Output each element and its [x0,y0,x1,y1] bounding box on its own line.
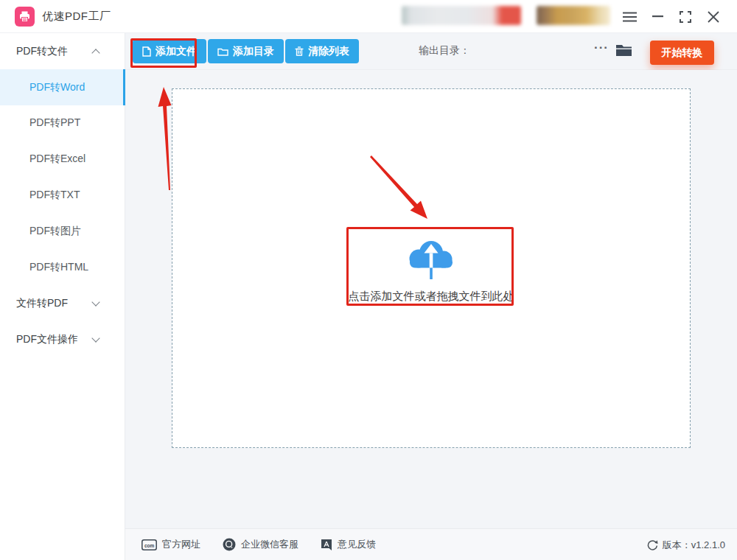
blurred-account-area [402,6,521,25]
close-icon [708,11,719,23]
trash-icon [295,46,304,56]
feedback-icon [321,539,332,551]
footer-bar: com 官方网址 企业微信客服 意见反馈 版本：v1.2.1.0 [125,528,737,560]
sidebar-section-label: PDF文件操作 [16,333,78,346]
cloud-upload-icon [387,237,475,283]
titlebar: 优速PDF工厂 [0,0,737,33]
toolbar: 添加文件 添加目录 清除列表 输出目录： ··· 开始转换 [125,33,737,70]
dropzone-hint-text: 点击添加文件或者拖拽文件到此处 [173,290,689,304]
wechat-service-link[interactable]: 企业微信客服 [223,538,298,551]
sidebar-item-pdf-to-word[interactable]: PDF转Word [0,69,125,105]
clear-list-label: 清除列表 [308,45,349,58]
minimize-icon [652,15,663,18]
sidebar-item-pdf-to-ppt[interactable]: PDF转PPT [0,105,125,141]
hamburger-icon [623,12,637,22]
sidebar-item-pdf-to-txt[interactable]: PDF转TXT [0,177,125,213]
sidebar-item-label: PDF转图片 [29,225,81,238]
toolbar-button-group: 添加文件 添加目录 清除列表 [133,39,359,63]
wechat-service-label: 企业微信客服 [241,538,298,551]
sidebar-section-pdf-to-file[interactable]: PDF转文件 [0,33,125,69]
sidebar-section-pdf-operations[interactable]: PDF文件操作 [0,321,125,357]
wechat-service-icon [223,538,236,551]
official-website-link[interactable]: com 官方网址 [142,538,200,551]
sidebar-section-label: PDF转文件 [16,45,68,58]
file-icon [142,46,151,57]
sidebar-item-label: PDF转HTML [29,261,88,274]
add-folder-label: 添加目录 [233,45,274,58]
close-button[interactable] [703,0,724,33]
clear-list-button[interactable]: 清除列表 [285,39,359,63]
app-logo pdf-printer-icon [15,7,35,27]
sidebar-item-label: PDF转Word [29,81,85,94]
open-output-folder-button[interactable] [615,43,632,57]
sidebar-item-pdf-to-html[interactable]: PDF转HTML [0,249,125,285]
sidebar-item-label: PDF转Excel [29,153,85,166]
folder-open-icon [615,43,632,57]
start-convert-button[interactable]: 开始转换 [650,41,714,65]
sidebar-item-pdf-to-excel[interactable]: PDF转Excel [0,141,125,177]
sidebar-section-label: 文件转PDF [16,297,68,310]
hamburger-menu-button[interactable] [619,0,640,33]
official-website-label: 官方网址 [162,538,200,551]
chevron-up-icon [91,49,99,57]
blurred-promo-area [537,6,610,25]
add-file-button[interactable]: 添加文件 [133,39,206,63]
dot-com-icon: com [142,539,157,550]
feedback-link[interactable]: 意见反馈 [321,538,376,551]
sidebar-item-label: PDF转PPT [29,116,80,130]
minimize-button[interactable] [647,0,668,33]
svg-text:com: com [144,543,155,548]
add-folder-button[interactable]: 添加目录 [208,39,284,63]
output-dir-label: 输出目录： [419,44,470,57]
add-file-label: 添加文件 [156,45,197,58]
maximize-button[interactable] [675,0,696,33]
feedback-label: 意见反馈 [338,538,376,551]
folder-icon [217,47,228,56]
version-label: 版本：v1.2.1.0 [663,539,725,552]
app-title: 优速PDF工厂 [42,10,111,24]
sidebar-item-pdf-to-image[interactable]: PDF转图片 [0,213,125,249]
chevron-down-icon [91,298,99,306]
sidebar: PDF转文件 PDF转Word PDF转PPT PDF转Excel PDF转TX… [0,33,125,560]
chevron-down-icon [91,334,99,342]
sidebar-section-file-to-pdf[interactable]: 文件转PDF [0,285,125,321]
browse-more-button[interactable]: ··· [594,41,609,55]
maximize-icon [679,10,692,24]
version-info: 版本：v1.2.1.0 [647,529,725,560]
refresh-icon [647,539,658,550]
sidebar-item-label: PDF转TXT [29,189,80,202]
